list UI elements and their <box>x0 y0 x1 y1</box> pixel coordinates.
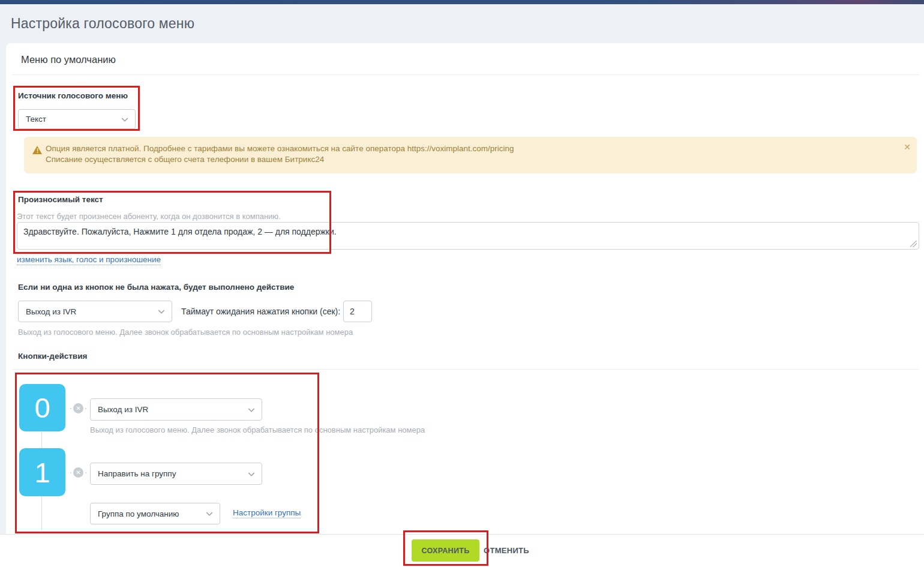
dot <box>70 408 71 409</box>
group-settings-link[interactable]: Настройки группы <box>233 508 301 518</box>
key-1-group-select[interactable]: Группа по умолчанию <box>90 503 220 524</box>
source-select[interactable]: Текст <box>18 109 136 129</box>
key-0-action-select[interactable]: Выход из IVR <box>90 398 262 421</box>
chevron-down-icon <box>121 115 128 121</box>
speech-textarea[interactable]: Здравствуйте. Пожалуйста, Нажмите 1 для … <box>17 222 919 250</box>
connector-line <box>41 431 42 448</box>
no-press-action-value: Выход из IVR <box>26 307 76 316</box>
chevron-down-icon <box>206 509 212 516</box>
no-press-hint: Выход из голосового меню. Далее звонок о… <box>18 328 353 337</box>
source-select-value: Текст <box>26 115 46 124</box>
resize-grip-icon[interactable] <box>910 241 917 247</box>
pricing-link[interactable]: https://voximplant.com/pricing <box>407 144 514 153</box>
cancel-button[interactable]: ОТМЕНИТЬ <box>484 546 529 555</box>
save-button[interactable]: СОХРАНИТЬ <box>412 539 479 562</box>
key-1-action-select[interactable]: Направить на группу <box>90 463 262 485</box>
speech-textarea-value: Здравствуйте. Пожалуйста, Нажмите 1 для … <box>23 227 337 236</box>
key-1-group-value: Группа по умолчанию <box>98 509 179 518</box>
key-0-square[interactable]: 0 <box>19 384 65 431</box>
warning-icon-exclamation: ! <box>37 148 38 154</box>
banner-text-line1: Опция является платной. Подробнее с тари… <box>46 144 514 153</box>
remove-key-0-button[interactable]: ✕ <box>70 403 86 413</box>
dot <box>85 472 86 473</box>
default-menu-title: Меню по умолчанию <box>21 54 116 65</box>
remove-icon: ✕ <box>73 403 83 413</box>
speech-label: Произносимый текст <box>18 195 103 204</box>
no-press-label: Если ни одна из кнопок не была нажата, б… <box>18 283 294 292</box>
timeout-input[interactable]: 2 <box>343 301 372 322</box>
remove-icon: ✕ <box>73 467 83 478</box>
key-1-square[interactable]: 1 <box>19 448 65 496</box>
timeout-value: 2 <box>350 307 355 316</box>
chevron-down-icon <box>248 405 254 412</box>
key-1-action-value: Направить на группу <box>98 469 176 478</box>
chevron-down-icon <box>248 469 254 476</box>
key-0-hint: Выход из голосового меню. Далее звонок о… <box>90 425 425 434</box>
close-icon[interactable]: ✕ <box>904 143 911 151</box>
change-language-link[interactable]: изменить язык, голос и произношение <box>17 255 161 265</box>
dot <box>70 472 71 473</box>
voice-menu-settings-screen: Настройка голосового меню Меню по умолча… <box>0 0 924 567</box>
top-navigation-bar <box>0 0 924 4</box>
key-0-action-value: Выход из IVR <box>98 405 148 414</box>
remove-key-1-button[interactable]: ✕ <box>70 467 86 478</box>
page-title: Настройка голосового меню <box>11 16 194 32</box>
divider <box>12 74 919 75</box>
action-buttons-label: Кнопки-действия <box>18 352 87 361</box>
dot <box>85 408 86 409</box>
speech-hint: Этот текст будет произнесен абоненту, ко… <box>17 212 281 221</box>
banner-text-line2: Списание осуществляется с общего счета т… <box>46 155 324 164</box>
chevron-down-icon <box>158 307 164 314</box>
no-press-action-select[interactable]: Выход из IVR <box>18 301 172 322</box>
key-0-digit: 0 <box>34 391 50 424</box>
timeout-label: Таймаут ожидания нажатия кнопки (сек): <box>181 307 340 316</box>
source-label: Источник голосового меню <box>18 91 128 100</box>
connector-line <box>41 496 42 530</box>
key-1-digit: 1 <box>34 456 50 489</box>
divider <box>12 369 919 370</box>
